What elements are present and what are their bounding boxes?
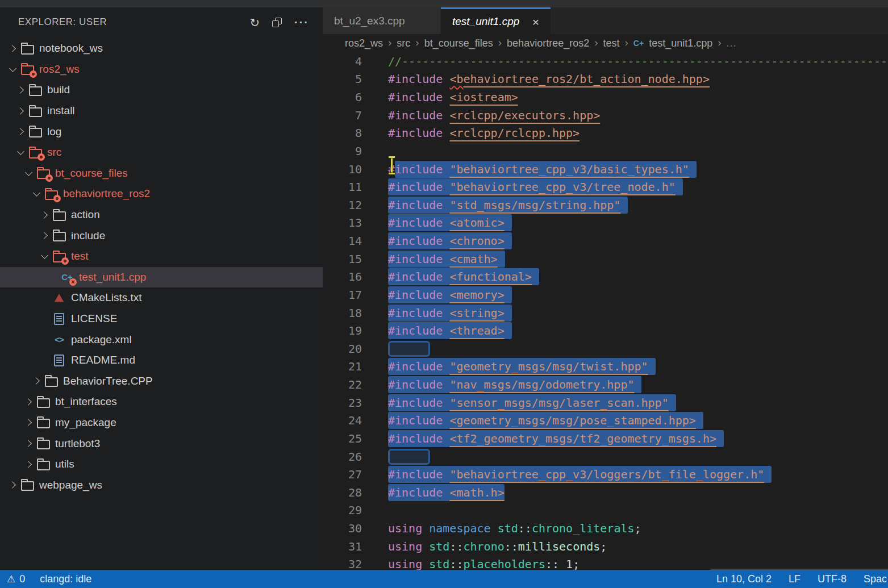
code-line-12[interactable]: 12#include "std_msgs/msg/string.hpp"	[323, 196, 888, 214]
line-number[interactable]: 32	[323, 557, 362, 571]
line-number[interactable]: 7	[323, 109, 362, 122]
code-line-6[interactable]: 6#include <iostream>	[323, 88, 888, 106]
breadcrumb-item-behaviortree_ros2[interactable]: behaviortree_ros2	[507, 37, 589, 49]
line-number[interactable]: 22	[323, 378, 362, 391]
line-number[interactable]: 16	[323, 270, 362, 283]
code-line-4[interactable]: 4//-------------------------------------…	[323, 52, 888, 70]
status-lf[interactable]: LF	[789, 573, 801, 585]
code-line-30[interactable]: 30using namespace std::chrono_literals;	[323, 519, 888, 537]
more-actions-icon[interactable]: ···	[294, 16, 309, 28]
code-line-18[interactable]: 18#include <string>	[323, 304, 888, 322]
code-line-31[interactable]: 31using std::chrono::milliseconds;	[323, 537, 888, 556]
line-number[interactable]: 23	[323, 396, 362, 410]
tree-item-webpage_ws[interactable]: webpage_ws	[0, 474, 323, 495]
line-number[interactable]: 20	[323, 342, 362, 356]
line-number[interactable]: 21	[323, 360, 362, 373]
code-line-21[interactable]: 21#include "geometry_msgs/msg/twist.hpp"	[323, 358, 888, 376]
status-ln-10-col-2[interactable]: Ln 10, Col 2	[716, 573, 772, 585]
tree-item-LICENSE[interactable]: LICENSE	[0, 308, 323, 330]
code-line-17[interactable]: 17#include <memory>	[323, 286, 888, 304]
code-line-25[interactable]: 25#include <tf2_geometry_msgs/tf2_geomet…	[323, 429, 888, 448]
breadcrumb-item-bt_course_files[interactable]: bt_course_files	[424, 37, 493, 49]
tree-item-test_unit1.cpp[interactable]: C+×test_unit1.cpp	[0, 267, 323, 288]
tab-bt_u2_ex3.cpp[interactable]: bt_u2_ex3.cpp	[323, 7, 440, 34]
tree-item-log[interactable]: log	[0, 121, 323, 142]
breadcrumb-item-ros2_ws[interactable]: ros2_ws	[345, 37, 383, 49]
tree-item-include[interactable]: include	[0, 225, 323, 246]
line-number[interactable]: 27	[323, 468, 362, 481]
line-number[interactable]: 25	[323, 432, 362, 445]
line-number[interactable]: 6	[323, 90, 362, 104]
line-number[interactable]: 11	[323, 180, 362, 194]
line-number[interactable]: 30	[323, 522, 362, 535]
breadcrumb-item-src[interactable]: src	[397, 37, 410, 49]
line-number[interactable]: 5	[323, 72, 362, 86]
code-line-5[interactable]: 5#include <behaviortree_ros2/bt_action_n…	[323, 70, 888, 89]
breadcrumb-item-file[interactable]: test_unit1.cpp	[649, 37, 712, 49]
line-number[interactable]: 26	[323, 450, 362, 464]
code-line-26[interactable]: 26	[323, 448, 888, 466]
line-number[interactable]: 31	[323, 540, 362, 553]
code-token: #include	[388, 234, 449, 248]
code-line-19[interactable]: 19#include <thread>	[323, 322, 888, 340]
line-number[interactable]: 8	[323, 126, 362, 140]
code-line-9[interactable]: 9	[323, 142, 888, 160]
collapse-folders-icon[interactable]	[272, 18, 282, 27]
code-line-8[interactable]: 8#include <rclcpp/rclcpp.hpp>	[323, 124, 888, 143]
status-spac[interactable]: Spac	[864, 573, 887, 585]
tree-item-src[interactable]: src	[0, 142, 323, 163]
close-icon[interactable]: ×	[532, 16, 539, 28]
tree-item-turtlebot3[interactable]: turtlebot3	[0, 433, 323, 454]
line-number[interactable]: 19	[323, 324, 362, 337]
line-number[interactable]: 24	[323, 414, 362, 427]
code-line-15[interactable]: 15#include <cmath>	[323, 250, 888, 268]
line-number[interactable]: 13	[323, 216, 362, 230]
code-line-7[interactable]: 7#include <rclcpp/executors.hpp>	[323, 106, 888, 124]
code-line-14[interactable]: 14#include <chrono>	[323, 232, 888, 250]
tree-item-test[interactable]: test	[0, 246, 323, 267]
tree-item-bt_course_files[interactable]: bt_course_files	[0, 163, 323, 184]
status-clangd-idle[interactable]: clangd: idle	[40, 573, 91, 585]
line-number[interactable]: 9	[323, 144, 362, 158]
line-number[interactable]: 29	[323, 503, 362, 517]
breadcrumb-item-test[interactable]: test	[603, 37, 620, 49]
code-line-10[interactable]: 10#include "behaviortree_cpp_v3/basic_ty…	[323, 160, 888, 178]
tree-item-CMakeLists.txt[interactable]: CMakeLists.txt	[0, 287, 323, 308]
tab-test_unit1.cpp[interactable]: test_unit1.cpp×	[441, 7, 551, 34]
code-line-24[interactable]: 24#include <geometry_msgs/msg/pose_stamp…	[323, 412, 888, 430]
line-number[interactable]: 15	[323, 252, 362, 266]
code-line-13[interactable]: 13#include <atomic>	[323, 214, 888, 232]
code-line-27[interactable]: 27#include "behaviortree_cpp_v3/loggers/…	[323, 465, 888, 483]
line-number[interactable]: 4	[323, 55, 362, 68]
code-line-28[interactable]: 28#include <math.h>	[323, 483, 888, 502]
line-number[interactable]: 28	[323, 486, 362, 499]
line-number[interactable]: 12	[323, 198, 362, 212]
status-problems[interactable]: ⚠0	[7, 573, 25, 585]
tree-item-bt_interfaces[interactable]: bt_interfaces	[0, 391, 323, 412]
line-number[interactable]: 18	[323, 306, 362, 320]
breadcrumb-more[interactable]: ...	[727, 37, 737, 49]
code-line-20[interactable]: 20	[323, 340, 888, 358]
tree-item-ros2_ws[interactable]: ros2_ws	[0, 59, 323, 80]
status-utf-8[interactable]: UTF-8	[818, 573, 847, 585]
tree-item-install[interactable]: install	[0, 101, 323, 122]
line-number[interactable]: 10	[323, 162, 362, 176]
code-line-22[interactable]: 22#include "nav_msgs/msg/odometry.hpp"	[323, 376, 888, 394]
tree-item-utils[interactable]: utils	[0, 454, 323, 475]
code-line-11[interactable]: 11#include "behaviortree_cpp_v3/tree_nod…	[323, 178, 888, 196]
line-number[interactable]: 17	[323, 288, 362, 302]
code-line-29[interactable]: 29	[323, 502, 888, 520]
tree-item-notebook_ws[interactable]: notebook_ws	[0, 38, 323, 59]
tree-item-action[interactable]: action	[0, 205, 323, 226]
refresh-icon[interactable]: ↻	[249, 16, 260, 28]
tree-item-README.md[interactable]: README.md	[0, 350, 323, 371]
tree-item-behaviortree_ros2[interactable]: behaviortree_ros2	[0, 184, 323, 205]
tree-item-my_package[interactable]: my_package	[0, 412, 323, 433]
code-line-23[interactable]: 23#include "sensor_msgs/msg/laser_scan.h…	[323, 394, 888, 412]
line-number[interactable]: 14	[323, 234, 362, 248]
code-editor[interactable]: 4//-------------------------------------…	[323, 52, 888, 573]
tree-item-BehaviorTree.CPP[interactable]: BehaviorTree.CPP	[0, 371, 323, 392]
code-line-16[interactable]: 16#include <functional>	[323, 268, 888, 286]
tree-item-build[interactable]: build	[0, 80, 323, 101]
tree-item-package.xml[interactable]: <>package.xml	[0, 329, 323, 350]
